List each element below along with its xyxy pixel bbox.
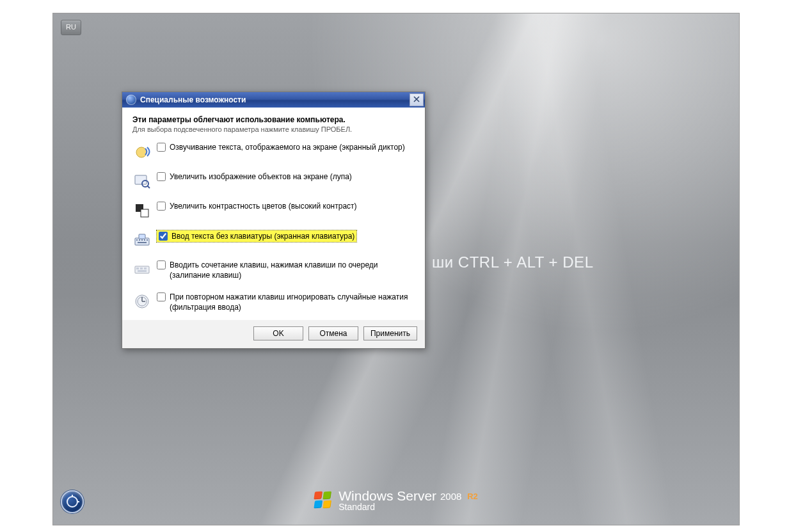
option-magnifier-label[interactable]: Увеличить изображение объектов на экране… bbox=[157, 172, 352, 182]
option-label-text: Увеличить изображение объектов на экране… bbox=[170, 172, 352, 182]
svg-rect-16 bbox=[140, 268, 143, 269]
high-contrast-icon bbox=[134, 202, 150, 219]
option-osk-label[interactable]: Ввод текста без клавиатуры (экранная кла… bbox=[157, 230, 356, 242]
keyboard-icon bbox=[134, 232, 150, 248]
dialog-title: Специальные возможности bbox=[140, 92, 410, 108]
svg-line-3 bbox=[147, 186, 150, 188]
option-osk-checkbox[interactable] bbox=[159, 232, 168, 241]
brand-line1: Windows Server bbox=[338, 488, 436, 503]
apply-button[interactable]: Применить bbox=[363, 326, 417, 340]
option-magnifier: Увеличить изображение объектов на экране… bbox=[134, 172, 415, 189]
ease-of-access-icon bbox=[126, 95, 136, 105]
login-desktop: RU ши CTRL + ALT + DEL Специальные возмо… bbox=[53, 13, 739, 525]
ease-of-access-glyph-icon bbox=[67, 496, 78, 508]
language-indicator[interactable]: RU bbox=[61, 20, 81, 35]
svg-rect-10 bbox=[141, 239, 143, 241]
option-label-text: Озвучивание текста, отображаемого на экр… bbox=[170, 142, 405, 152]
screenshot-frame: RU ши CTRL + ALT + DEL Специальные возмо… bbox=[52, 13, 740, 525]
option-filter-keys-label[interactable]: При повторном нажатии клавиш игнорироват… bbox=[157, 292, 413, 312]
option-high-contrast-checkbox[interactable] bbox=[157, 202, 166, 211]
svg-rect-11 bbox=[144, 239, 145, 241]
option-label-text: Увеличить контрастность цветов (высокий … bbox=[170, 201, 357, 211]
sticky-keys-icon bbox=[134, 261, 150, 278]
option-narrator-checkbox[interactable] bbox=[157, 143, 166, 152]
brand-r2: R2 bbox=[467, 492, 478, 501]
option-narrator-label[interactable]: Озвучивание текста, отображаемого на экр… bbox=[157, 142, 405, 152]
svg-rect-1 bbox=[135, 175, 147, 184]
close-icon bbox=[413, 92, 420, 108]
option-label-text: Ввод текста без клавиатуры (экранная кла… bbox=[171, 231, 354, 241]
dialog-titlebar[interactable]: Специальные возможности bbox=[122, 92, 425, 108]
ctrl-alt-del-hint: ши CTRL + ALT + DEL bbox=[432, 253, 593, 271]
filter-keys-icon bbox=[134, 293, 150, 310]
svg-rect-5 bbox=[141, 209, 148, 217]
option-filter-keys: При повторном нажатии клавиш игнорироват… bbox=[134, 292, 415, 312]
svg-rect-15 bbox=[136, 268, 139, 269]
ease-of-access-button[interactable] bbox=[61, 490, 84, 513]
svg-rect-9 bbox=[139, 239, 140, 241]
brand-year: 2008 bbox=[440, 491, 461, 502]
close-button[interactable] bbox=[410, 93, 424, 106]
magnifier-icon bbox=[134, 173, 150, 189]
windows-flag-icon bbox=[314, 492, 332, 509]
dialog-subheading: Для выбора подсвеченного параметра нажми… bbox=[132, 125, 415, 133]
option-sticky-keys: Вводить сочетание клавиш, нажимая клавиш… bbox=[134, 260, 415, 280]
dialog-button-bar: OK Отмена Применить bbox=[122, 320, 425, 348]
option-magnifier-checkbox[interactable] bbox=[157, 172, 166, 181]
option-narrator: Озвучивание текста, отображаемого на экр… bbox=[134, 142, 415, 160]
options-list: Озвучивание текста, отображаемого на экр… bbox=[132, 142, 415, 312]
svg-rect-12 bbox=[147, 239, 148, 241]
ease-of-access-dialog: Специальные возможности Эти параметры об… bbox=[122, 92, 426, 349]
narrator-icon bbox=[134, 143, 150, 160]
option-high-contrast-label[interactable]: Увеличить контрастность цветов (высокий … bbox=[157, 201, 357, 211]
svg-rect-17 bbox=[144, 268, 147, 269]
option-sticky-keys-checkbox[interactable] bbox=[157, 260, 166, 269]
option-filter-keys-checkbox[interactable] bbox=[157, 292, 166, 301]
option-label-text: Вводить сочетание клавиш, нажимая клавиш… bbox=[170, 260, 413, 280]
option-osk: Ввод текста без клавиатуры (экранная кла… bbox=[134, 230, 415, 248]
svg-rect-14 bbox=[135, 266, 149, 273]
option-label-text: При повторном нажатии клавиш игнорироват… bbox=[170, 292, 413, 312]
svg-rect-7 bbox=[139, 234, 145, 239]
os-branding: Windows Server 2008 R2 Standard bbox=[314, 488, 478, 512]
option-high-contrast: Увеличить контрастность цветов (высокий … bbox=[134, 201, 415, 219]
svg-rect-18 bbox=[138, 270, 147, 272]
option-sticky-keys-label[interactable]: Вводить сочетание клавиш, нажимая клавиш… bbox=[157, 260, 413, 280]
svg-rect-13 bbox=[138, 242, 147, 243]
svg-rect-8 bbox=[136, 239, 138, 241]
svg-rect-6 bbox=[135, 238, 149, 245]
ok-button[interactable]: OK bbox=[253, 326, 303, 340]
cancel-button[interactable]: Отмена bbox=[308, 326, 358, 340]
dialog-heading: Эти параметры облегчают использование ко… bbox=[132, 115, 415, 124]
